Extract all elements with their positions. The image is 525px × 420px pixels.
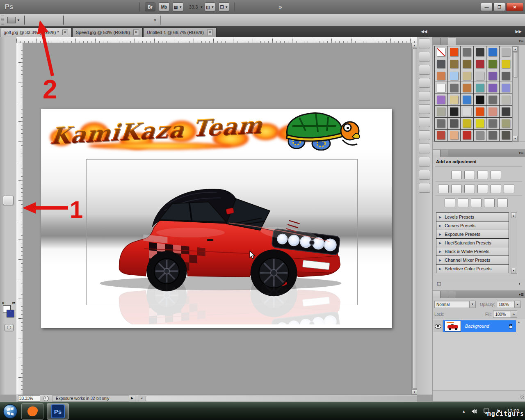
panel-tab[interactable]	[433, 150, 441, 157]
tool-button[interactable]	[3, 101, 13, 110]
style-swatch[interactable]	[500, 70, 512, 82]
scrollbar-thumb[interactable]	[513, 52, 518, 78]
adjustment-icon[interactable]	[464, 185, 475, 193]
tool-button[interactable]	[3, 92, 13, 100]
drawing-mode-button[interactable]	[39, 16, 49, 25]
adjustment-icon[interactable]	[504, 185, 514, 193]
tool-preset-picker[interactable]: ▼	[7, 16, 21, 25]
drawing-mode-button[interactable]	[28, 16, 38, 25]
panel-icon-button[interactable]	[419, 39, 430, 48]
panel-tab[interactable]	[441, 291, 448, 298]
style-swatch[interactable]	[435, 118, 447, 129]
style-swatch[interactable]	[500, 46, 512, 58]
style-swatch[interactable]	[486, 70, 499, 82]
adjustment-icon[interactable]	[491, 171, 501, 179]
style-swatch[interactable]	[448, 94, 461, 105]
style-swatch[interactable]	[461, 130, 473, 141]
style-swatch[interactable]	[486, 130, 499, 141]
style-swatch[interactable]	[435, 58, 447, 70]
style-swatch[interactable]	[448, 82, 461, 94]
style-swatch[interactable]	[474, 94, 486, 105]
expand-triangle-icon[interactable]: ▶	[439, 224, 441, 228]
style-swatch[interactable]	[500, 130, 512, 141]
preset-group-row[interactable]: ▶ Hue/Saturation Presets	[436, 239, 509, 247]
tool-button[interactable]	[3, 177, 13, 185]
default-colors-icon[interactable]: ◘	[2, 301, 4, 305]
styles-scrollbar[interactable]: ▴ ▾	[512, 46, 519, 142]
status-menu-arrow-icon[interactable]: ▶	[129, 395, 135, 402]
preset-group-row[interactable]: ▶ Channel Mixer Presets	[436, 256, 509, 265]
style-swatch[interactable]	[461, 46, 473, 58]
style-swatch[interactable]	[435, 94, 447, 105]
adjustment-icon[interactable]	[445, 199, 455, 207]
start-button[interactable]	[2, 404, 18, 419]
style-swatch[interactable]	[448, 58, 461, 70]
adjustment-icon[interactable]	[497, 199, 508, 207]
adjustment-icon[interactable]	[484, 199, 495, 207]
style-swatch[interactable]	[435, 70, 447, 82]
path-operation-button[interactable]	[164, 16, 174, 25]
adjustment-icon[interactable]	[477, 171, 488, 179]
panel-tab[interactable]	[448, 38, 456, 45]
zoom-percentage-field[interactable]	[18, 395, 40, 402]
shape-tool-button[interactable]	[121, 16, 130, 25]
style-swatch[interactable]	[486, 106, 499, 117]
panel-tab[interactable]	[441, 38, 448, 45]
workspace-button[interactable]	[244, 5, 253, 9]
panel-tab[interactable]	[441, 150, 448, 157]
panel-menu-icon[interactable]: ▾≣	[519, 291, 524, 298]
style-swatch[interactable]	[474, 58, 486, 70]
preset-group-row[interactable]: ▶ Curves Presets	[436, 221, 509, 230]
adjustment-icon[interactable]	[491, 185, 501, 193]
status-clock-icon[interactable]	[43, 396, 49, 401]
style-swatch[interactable]	[448, 106, 461, 117]
lock-option-icon[interactable]	[447, 311, 453, 317]
style-swatch[interactable]	[461, 58, 473, 70]
style-swatch[interactable]	[435, 46, 447, 58]
style-swatch[interactable]	[500, 106, 512, 117]
tool-button[interactable]	[3, 196, 14, 205]
style-swatch[interactable]	[435, 82, 447, 94]
expand-triangle-icon[interactable]: ▶	[439, 233, 441, 236]
style-swatch[interactable]	[448, 130, 461, 141]
tool-button[interactable]	[3, 82, 13, 91]
expand-triangle-icon[interactable]: ▶	[439, 258, 441, 262]
preset-group-row[interactable]: ▶ Levels Presets	[436, 212, 509, 221]
layer-row-body[interactable]: Background	[443, 320, 516, 332]
shape-tool-button[interactable]	[78, 16, 88, 25]
panel-tab[interactable]	[433, 291, 441, 298]
lock-option-icon[interactable]	[455, 311, 461, 317]
style-swatch[interactable]	[486, 58, 499, 70]
tool-button[interactable]	[3, 215, 13, 224]
launch-bridge-button[interactable]: Br	[145, 2, 155, 11]
shape-tool-button[interactable]	[89, 16, 98, 25]
background-color-well[interactable]	[7, 310, 14, 317]
style-swatch[interactable]	[474, 118, 486, 129]
chevron-right-icon[interactable]: ▸	[511, 310, 517, 318]
style-swatch[interactable]	[461, 118, 473, 129]
shape-tool-button[interactable]	[142, 16, 152, 25]
close-button[interactable]: ✕	[506, 3, 523, 11]
style-swatch[interactable]	[474, 130, 486, 141]
arrange-documents-button[interactable]: ◫▼	[205, 2, 215, 11]
preset-group-row[interactable]: ▶ Selective Color Presets	[436, 265, 509, 273]
panel-icon-button[interactable]	[419, 170, 430, 180]
expand-dock-icon[interactable]: ▶▶	[516, 29, 522, 34]
minimize-button[interactable]: —	[481, 3, 493, 11]
hidden-icons-chevron[interactable]: ▲	[462, 409, 466, 413]
presets-scrollbar[interactable]: ▴ ▾	[511, 212, 517, 274]
photoshop-taskbar-button[interactable]: Ps	[47, 403, 69, 420]
document-tab[interactable]: Untitled-1 @ 66.7% (RGB/8) ✕	[143, 27, 217, 37]
opacity-value[interactable]: 100%	[497, 301, 515, 308]
close-tab-icon[interactable]: ✕	[133, 30, 139, 35]
firefox-taskbar-button[interactable]	[21, 403, 43, 420]
horizontal-ruler[interactable]	[16, 37, 417, 43]
workspace-button[interactable]	[253, 5, 263, 9]
style-swatch[interactable]	[448, 46, 461, 58]
tool-button[interactable]	[3, 54, 13, 63]
vertical-ruler[interactable]	[16, 43, 23, 395]
style-swatch[interactable]	[500, 58, 512, 70]
tool-button[interactable]	[2, 232, 15, 245]
style-swatch[interactable]	[486, 118, 499, 129]
style-swatch[interactable]	[486, 82, 499, 94]
